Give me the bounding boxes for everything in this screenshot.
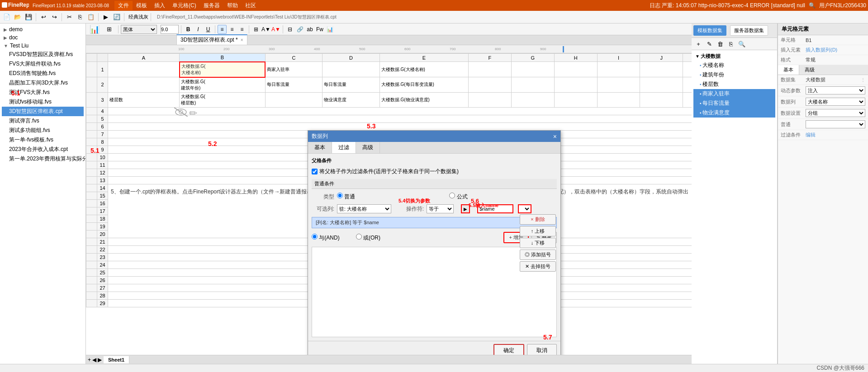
down-condition-btn[interactable]: ↓ 下移 bbox=[520, 238, 556, 248]
cell-I3[interactable] bbox=[597, 92, 640, 107]
param-toggle-btn[interactable]: ▶ bbox=[461, 204, 470, 213]
cell-B2[interactable]: 大楼数据.G(建筑年份) bbox=[180, 77, 266, 93]
cell-A1[interactable] bbox=[108, 62, 180, 77]
col-header-H[interactable]: H bbox=[554, 54, 597, 62]
menu-item-cell[interactable]: 单元格(C) bbox=[169, 1, 200, 10]
col-list-select[interactable]: 驻: 大楼名称 bbox=[337, 204, 391, 213]
col-header-E[interactable]: E bbox=[379, 54, 468, 62]
confirm-btn[interactable]: 确定 bbox=[493, 344, 524, 355]
merge-btn[interactable]: ⊟ bbox=[285, 25, 294, 34]
cell-K3[interactable] bbox=[683, 92, 692, 107]
tree-field-year[interactable]: ▪ 建筑年份 bbox=[693, 70, 775, 80]
tab-template-data[interactable]: 模板数据集 bbox=[693, 25, 726, 36]
tree-item-testfvs[interactable]: 测试FVS大屏.fvs bbox=[2, 88, 84, 97]
sheet-area[interactable]: ✏ bbox=[86, 53, 692, 355]
formula-btn[interactable]: Fw bbox=[315, 25, 324, 34]
link-btn[interactable]: 🔗 bbox=[295, 25, 304, 34]
radio-or[interactable]: 或(OR) bbox=[356, 234, 380, 242]
sheet-tab-1[interactable]: Sheet1 bbox=[104, 356, 129, 363]
tree-big-data[interactable]: ▼ 大楼数据 bbox=[693, 52, 775, 61]
new-btn[interactable]: 📄 bbox=[2, 12, 12, 22]
cell-F3[interactable] bbox=[469, 92, 512, 107]
modal-tab-advanced[interactable]: 高级 bbox=[356, 142, 380, 153]
col-header-J[interactable]: J bbox=[640, 54, 683, 62]
menu-item-server[interactable]: 服务器 bbox=[200, 1, 223, 10]
sheet-nav-left[interactable]: ◀ bbox=[92, 357, 96, 363]
cell-D1[interactable] bbox=[323, 62, 379, 77]
cell-B3[interactable]: 大楼数据.G(楼层数) bbox=[180, 92, 266, 107]
col-header-I[interactable]: I bbox=[597, 54, 640, 62]
italic-btn[interactable]: I bbox=[194, 25, 203, 34]
menu-item-insert[interactable]: 插入 bbox=[151, 1, 169, 10]
modal-close-btn[interactable]: × bbox=[553, 133, 557, 140]
cell-row6[interactable] bbox=[108, 122, 692, 130]
sheet-nav-right[interactable]: ▶ bbox=[98, 357, 102, 363]
bold-btn[interactable]: B bbox=[184, 25, 193, 34]
tree-field-property[interactable]: ▪ 物业满意度 bbox=[693, 108, 775, 118]
tree-item-testtan[interactable]: 测试弹言.fvs bbox=[2, 116, 84, 126]
font-size-input[interactable] bbox=[161, 25, 179, 34]
tree-item-fvsmobile[interactable]: 测试fvs移动端.fvs bbox=[2, 97, 84, 107]
cell-E2[interactable]: 大楼数据.G(每日客变流量) bbox=[379, 77, 468, 93]
cell-J2[interactable] bbox=[640, 77, 683, 93]
col-header-G[interactable]: G bbox=[511, 54, 554, 62]
data-add-btn[interactable]: + bbox=[693, 39, 703, 49]
general-select[interactable] bbox=[806, 120, 865, 128]
up-condition-btn[interactable]: ↑ 上移 bbox=[520, 226, 556, 236]
tree-field-floors[interactable]: ▪ 楼层数 bbox=[693, 80, 775, 89]
delete-condition-btn[interactable]: × 删除 bbox=[520, 214, 556, 225]
data-edit-btn[interactable]: ✎ bbox=[704, 39, 714, 49]
cell-K2[interactable] bbox=[683, 77, 692, 93]
tree-field-tenant[interactable]: ▪ 商家入驻率 bbox=[693, 89, 775, 99]
cell-B1[interactable]: 大楼数据.G(大楼名称) bbox=[180, 62, 266, 77]
save-btn[interactable]: 💾 bbox=[24, 12, 33, 22]
parent-checkbox[interactable] bbox=[312, 169, 318, 174]
cell-G1[interactable] bbox=[511, 62, 554, 77]
tree-item-2023[interactable]: 2023年合并收入成本.cpt bbox=[2, 145, 84, 154]
cell-C3[interactable] bbox=[265, 92, 322, 107]
data-delete-btn[interactable]: 🗑 bbox=[715, 39, 725, 49]
cell-D3[interactable]: 物业满意度 bbox=[323, 92, 379, 107]
cell-A3[interactable]: 楼层数 bbox=[108, 92, 180, 107]
cell-K1[interactable] bbox=[683, 62, 692, 77]
border-btn[interactable]: ⊞ bbox=[251, 25, 261, 34]
cell-J1[interactable] bbox=[640, 62, 683, 77]
col-header-C[interactable]: C bbox=[265, 54, 322, 62]
operator-select[interactable]: 等于 bbox=[427, 204, 454, 213]
cell-C2[interactable]: 每日客流量 bbox=[265, 77, 322, 93]
cell-I1[interactable] bbox=[597, 62, 640, 77]
tree-item-fvs3d[interactable]: FVS3D智慧园区及弹框.fvs bbox=[2, 50, 84, 59]
tree-item-3dcpt[interactable]: 3D智慧园区弹框表.cpt bbox=[2, 107, 84, 116]
tree-item-fvstemplate[interactable]: 第一单-fvs模板.fvs bbox=[2, 135, 84, 145]
col-header-D[interactable]: D bbox=[323, 54, 379, 62]
chart-btn[interactable]: 📊 bbox=[325, 25, 334, 34]
open-btn[interactable]: 📂 bbox=[13, 12, 23, 22]
search-icon[interactable]: 🔍 bbox=[809, 2, 816, 9]
font-color-btn[interactable]: A▼ bbox=[271, 25, 280, 34]
cell-E3[interactable]: 大楼数据.G(物业满意度) bbox=[379, 92, 468, 107]
cell-G2[interactable] bbox=[511, 77, 554, 93]
tree-item-demo[interactable]: ▶ demo bbox=[2, 25, 84, 33]
cell-H1[interactable] bbox=[554, 62, 597, 77]
cell-F2[interactable] bbox=[469, 77, 512, 93]
menu-item-file[interactable]: 文件 bbox=[114, 1, 133, 10]
filter-value[interactable]: 编辑 bbox=[806, 132, 865, 138]
data-copy-btn[interactable]: ⎘ bbox=[726, 39, 736, 49]
radio-formula[interactable]: 公式 bbox=[449, 193, 467, 201]
cell-I2[interactable] bbox=[597, 77, 640, 93]
tree-item-cost[interactable]: 第一单.2023年费用核算与实际分析... bbox=[2, 154, 84, 164]
cell-A2[interactable] bbox=[108, 77, 180, 93]
align-left-btn[interactable]: ≡ bbox=[218, 25, 227, 34]
right-tab-basic[interactable]: 基本 bbox=[778, 65, 799, 75]
tab-server-data[interactable]: 服务器数据集 bbox=[730, 25, 768, 36]
datasetting-select[interactable]: 分组 bbox=[806, 109, 865, 117]
paste-btn[interactable]: 📋 bbox=[86, 12, 96, 22]
col-header-A[interactable]: A bbox=[108, 54, 180, 62]
right-tab-advanced[interactable]: 高级 bbox=[799, 65, 820, 75]
data-search-btn[interactable]: 🔍 bbox=[737, 39, 747, 49]
cell-E1[interactable]: 大楼数据.G(大楼名称) bbox=[379, 62, 468, 77]
refresh-btn[interactable]: 🔄 bbox=[112, 12, 122, 22]
radio-normal[interactable]: 普通 bbox=[337, 193, 355, 201]
undo-btn[interactable]: ↩ bbox=[38, 12, 48, 22]
cell-J3[interactable] bbox=[640, 92, 683, 107]
